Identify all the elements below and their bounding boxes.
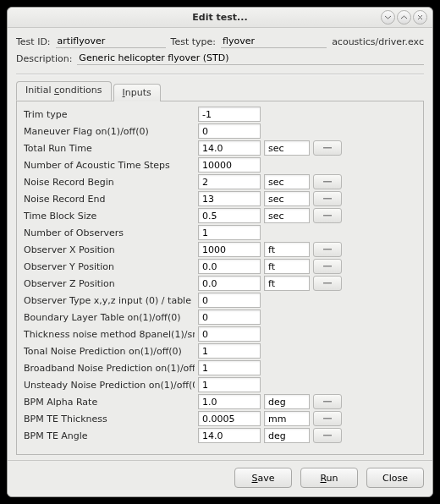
- param-value-field[interactable]: [198, 377, 261, 392]
- edit-test-window: Edit test... Test ID: Test type: acous: [7, 7, 433, 497]
- svg-rect-7: [323, 266, 332, 267]
- param-unit-field[interactable]: [264, 394, 310, 409]
- unit-dropdown-button[interactable]: [313, 174, 342, 189]
- param-value-field[interactable]: [198, 394, 261, 409]
- param-label: Thickness noise method 8panel(1)/src-sin…: [24, 329, 195, 340]
- param-value-field[interactable]: [198, 123, 261, 139]
- param-value-field[interactable]: [198, 191, 261, 206]
- param-label: Number of Observers: [24, 227, 195, 238]
- param-label: Maneuver Flag on(1)/off(0): [24, 126, 195, 137]
- param-value-field[interactable]: [198, 326, 261, 342]
- dialog-footer: Save Run Close: [8, 460, 432, 496]
- param-unit-field[interactable]: [264, 259, 310, 274]
- test-id-field[interactable]: [56, 35, 166, 48]
- param-unit-field[interactable]: [264, 208, 310, 223]
- minimize-icon[interactable]: [381, 10, 395, 25]
- param-label: Trim type: [24, 109, 195, 120]
- unit-dropdown-button[interactable]: [313, 208, 342, 223]
- param-unit-field[interactable]: [264, 242, 310, 257]
- param-value-field[interactable]: [198, 293, 261, 308]
- param-label: Broadband Noise Prediction on(1)/off(0): [24, 363, 195, 374]
- svg-rect-3: [323, 181, 332, 183]
- run-button[interactable]: Run: [300, 468, 358, 488]
- param-label: Noise Record Begin: [24, 177, 195, 188]
- param-value-field[interactable]: [198, 259, 261, 274]
- unit-dropdown-button[interactable]: [313, 259, 342, 274]
- param-value-field[interactable]: [198, 140, 261, 156]
- param-label: Observer Y Position: [24, 261, 195, 272]
- driver-path: acoustics/driver.exc: [332, 36, 424, 47]
- param-unit-field[interactable]: [264, 276, 310, 291]
- tab-inputs[interactable]: Inputs: [113, 84, 161, 101]
- window-title: Edit test...: [192, 12, 247, 23]
- param-label: Time Block Size: [24, 211, 195, 222]
- param-unit-field[interactable]: [264, 140, 310, 156]
- unit-dropdown-button[interactable]: [313, 394, 342, 409]
- unit-dropdown-button[interactable]: [313, 140, 342, 156]
- save-button[interactable]: Save: [234, 468, 292, 488]
- close-icon[interactable]: [413, 10, 427, 25]
- unit-dropdown-button[interactable]: [313, 411, 342, 426]
- param-value-field[interactable]: [198, 242, 261, 257]
- test-type-label: Test type:: [171, 36, 216, 47]
- param-value-field[interactable]: [198, 276, 261, 291]
- param-label: Observer X Position: [24, 244, 195, 255]
- param-label: Unsteady Noise Prediction on(1)/off(0): [24, 380, 195, 391]
- param-value-field[interactable]: [198, 225, 261, 240]
- param-value-field[interactable]: [198, 343, 261, 359]
- param-value-field[interactable]: [198, 157, 261, 173]
- tabs: Initial conditionsInputs: [16, 81, 424, 101]
- param-unit-field[interactable]: [264, 411, 310, 426]
- param-label: BPM TE Angle: [24, 430, 195, 441]
- param-label: BPM Alpha Rate: [24, 397, 195, 408]
- window-controls: [381, 10, 427, 25]
- description-label: Description:: [16, 53, 72, 64]
- param-value-field[interactable]: [198, 411, 261, 426]
- param-unit-field[interactable]: [264, 174, 310, 189]
- svg-rect-8: [323, 282, 332, 284]
- param-label: Observer Z Position: [24, 278, 195, 289]
- tab-initial-conditions-pane: Trim typeManeuver Flag on(1)/off(0)Total…: [16, 101, 424, 455]
- tab-initial-conditions[interactable]: Initial conditions: [16, 81, 112, 101]
- param-label: BPM TE Thickness: [24, 414, 195, 425]
- svg-rect-10: [323, 418, 332, 419]
- param-value-field[interactable]: [198, 107, 261, 122]
- unit-dropdown-button[interactable]: [313, 276, 342, 291]
- svg-rect-2: [323, 147, 332, 149]
- maximize-icon[interactable]: [397, 10, 411, 25]
- unit-dropdown-button[interactable]: [313, 242, 342, 257]
- svg-rect-6: [323, 249, 332, 250]
- svg-rect-9: [323, 401, 332, 403]
- unit-dropdown-button[interactable]: [313, 428, 342, 443]
- param-label: Boundary Layer Table on(1)/off(0): [24, 312, 195, 323]
- param-value-field[interactable]: [198, 208, 261, 223]
- param-label: Observer Type x,y,z input (0) / table re…: [24, 295, 195, 306]
- test-type-field[interactable]: [221, 35, 327, 48]
- param-value-field[interactable]: [198, 428, 261, 443]
- separator: [16, 74, 424, 74]
- param-label: Noise Record End: [24, 194, 195, 205]
- description-field[interactable]: [77, 52, 424, 65]
- param-value-field[interactable]: [198, 174, 261, 189]
- param-label: Tonal Noise Prediction on(1)/off(0): [24, 346, 195, 357]
- parameter-grid: Trim typeManeuver Flag on(1)/off(0)Total…: [24, 107, 416, 443]
- svg-rect-4: [323, 198, 332, 200]
- param-label: Total Run Time: [24, 143, 195, 154]
- param-value-field[interactable]: [198, 310, 261, 325]
- svg-rect-5: [323, 215, 332, 216]
- test-id-label: Test ID:: [16, 36, 51, 47]
- titlebar: Edit test...: [8, 8, 432, 28]
- dialog-content: Test ID: Test type: acoustics/driver.exc…: [8, 28, 432, 460]
- close-button[interactable]: Close: [366, 468, 424, 488]
- unit-dropdown-button[interactable]: [313, 191, 342, 206]
- param-unit-field[interactable]: [264, 191, 310, 206]
- param-label: Number of Acoustic Time Steps: [24, 160, 195, 171]
- svg-rect-11: [323, 435, 332, 436]
- param-value-field[interactable]: [198, 360, 261, 375]
- param-unit-field[interactable]: [264, 428, 310, 443]
